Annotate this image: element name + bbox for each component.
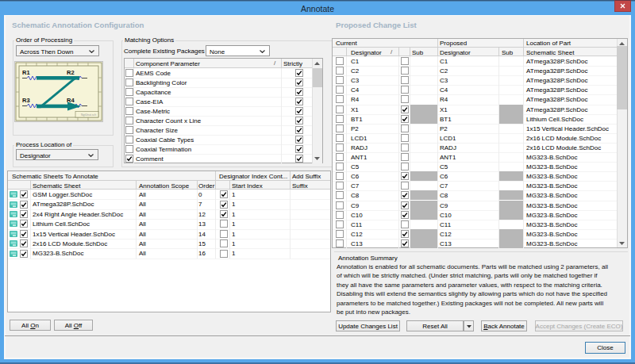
- svg-text:NgtUnut.sch: NgtUnut.sch: [81, 113, 96, 117]
- svg-text:R1: R1: [22, 69, 30, 76]
- svg-text:R2: R2: [67, 69, 75, 76]
- svg-text:R3: R3: [22, 97, 30, 104]
- svg-text:R4: R4: [67, 97, 75, 104]
